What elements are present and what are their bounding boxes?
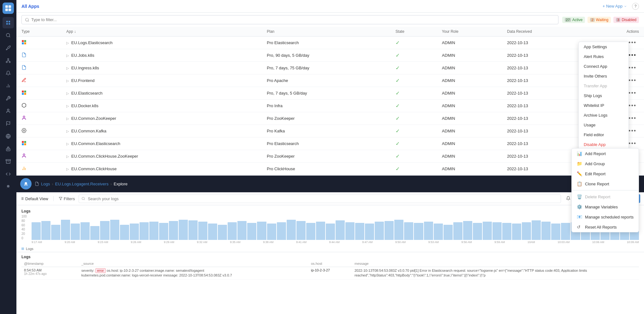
sidebar-icon-robot[interactable]	[3, 143, 14, 154]
chart-bar	[541, 222, 551, 240]
menu-item[interactable]: Connect App	[579, 61, 629, 71]
app-state: ✓	[391, 87, 437, 100]
app-role: ADMIN	[437, 150, 502, 163]
svg-rect-2	[5, 9, 8, 11]
menu-item[interactable]: App Settings	[579, 42, 629, 52]
app-name-link[interactable]: EU.Docker.k8s	[71, 103, 98, 108]
svg-rect-27	[22, 43, 24, 44]
app-state: ✓	[391, 100, 437, 112]
svg-rect-6	[6, 23, 8, 25]
breadcrumb-logs[interactable]: Logs	[41, 182, 50, 186]
table-row: ▷ EU.Common.Kafka Pro Kafka ✓ ADMIN 2022…	[16, 125, 644, 137]
app-name-link[interactable]: EU.Common.ZooKeeper	[71, 116, 116, 121]
app-name-link[interactable]: EU.Jobs.k8s	[71, 53, 94, 58]
menu-item[interactable]: ✏️Edit Report	[572, 169, 639, 179]
svg-point-21	[9, 149, 9, 150]
logs-header: Logs › EU.Logs.Logagent.Receivers › Expl…	[16, 176, 644, 192]
app-name-link[interactable]: EU.Common.Elasticsearch	[71, 141, 120, 146]
breadcrumb-app[interactable]: EU.Logs.Logagent.Receivers	[55, 182, 109, 186]
app-name-link[interactable]: EU.Common.Kafka	[71, 129, 106, 133]
chart-bars	[32, 215, 639, 240]
table-row: ▷ EU.Jobs.k8s Pro, 90 days, 5 GB/day ✓ A…	[16, 49, 644, 62]
default-view-button[interactable]: Default View	[20, 196, 48, 201]
app-name-link[interactable]: EU.Ingress.k8s	[71, 66, 99, 70]
sidebar-icon-octopus[interactable]	[3, 181, 14, 192]
chart-bar	[345, 222, 355, 240]
log-message: 2022-10-13T08:54:53.083Z v3.0.70 pid[1] …	[352, 267, 639, 280]
sidebar-icon-code[interactable]	[3, 168, 14, 180]
chart-x-labels: 9:17 AM9:20 AM9:23 AM9:26 AM9:29 AM9:32 …	[32, 241, 639, 246]
sidebar-icon-search[interactable]	[3, 30, 14, 41]
sidebar-icon-rocket[interactable]	[3, 42, 14, 54]
chart-bar	[80, 222, 90, 240]
menu-item[interactable]: Ship Logs	[579, 91, 629, 101]
bell-icon-btn[interactable]	[565, 195, 572, 203]
chart-bar	[463, 221, 472, 240]
app-plan: Pro Elasticsearch	[262, 37, 391, 49]
log-col-oshost: os.host	[308, 260, 352, 267]
app-name-link[interactable]: EU.Logs.Elasticsearch	[71, 40, 113, 45]
svg-rect-3	[9, 9, 11, 11]
chart-bar	[287, 220, 296, 240]
app-data-received: 2022-10-13	[502, 49, 587, 62]
col-data: Data Received	[502, 27, 587, 37]
sidebar-logo[interactable]	[3, 3, 14, 14]
sidebar	[0, 0, 16, 314]
main-content: All Apps + New App ? 27 Active 2 Waiting	[16, 0, 644, 314]
app-name: ▷ EU.Common.ZooKeeper	[61, 112, 262, 125]
sidebar-icon-apps[interactable]	[3, 17, 14, 28]
menu-item[interactable]: Usage	[579, 120, 629, 130]
menu-item[interactable]: ↺Reset All Reports	[572, 222, 639, 232]
app-role: ADMIN	[437, 62, 502, 74]
sidebar-icon-user[interactable]	[3, 105, 14, 117]
menu-item[interactable]: 📊Add Report	[572, 148, 639, 159]
toolbar-row: Default View Filters 0	[16, 192, 644, 205]
app-plan: Pro Apache	[262, 74, 391, 87]
filters-button[interactable]: Filters	[59, 196, 75, 201]
col-app[interactable]: App ↓	[61, 27, 262, 37]
app-name-link[interactable]: EU.Common.ClickHouse.ZooKeeper	[71, 154, 138, 159]
app-plan: Pro ClickHouse	[262, 163, 391, 175]
menu-item[interactable]: 📋Clone Report	[572, 179, 639, 189]
app-name-link[interactable]: EU.Frontend	[71, 78, 95, 83]
legend-dot	[21, 247, 24, 250]
sidebar-icon-chart[interactable]	[3, 80, 14, 91]
log-oshost: ip-10-2-3-27	[308, 267, 352, 280]
app-name-link[interactable]: EU.Common.ClickHouse	[71, 166, 117, 171]
active-badge: 27 Active	[562, 17, 585, 23]
chart-bar	[336, 220, 345, 240]
search-logs-input[interactable]	[79, 195, 561, 203]
logs-table: @timestamp _source os.host message 8:54:…	[21, 260, 639, 280]
sidebar-icon-wrench[interactable]	[3, 93, 14, 104]
sidebar-icon-archive[interactable]	[3, 156, 14, 167]
svg-point-43	[25, 182, 27, 185]
app-state: ✓	[391, 163, 437, 175]
chart-bar	[179, 220, 188, 240]
menu-item[interactable]: 📧Manage scheduled reports	[572, 212, 639, 222]
sidebar-icon-nodes[interactable]	[3, 55, 14, 66]
app-name-link[interactable]: EU.Elasticsearch	[71, 91, 103, 96]
app-data-received: 2022-10-13	[502, 112, 587, 125]
app-state: ✓	[391, 62, 437, 74]
menu-item[interactable]: Archive Logs	[579, 110, 629, 120]
new-app-button[interactable]: + New App	[600, 3, 629, 10]
apps-table-wrapper: Type App ↓ Plan State Your Role Data Rec…	[16, 27, 644, 175]
app-name: ▷ EU.Common.Kafka	[61, 125, 262, 137]
help-icon[interactable]: ?	[632, 3, 639, 10]
sidebar-icon-flag[interactable]	[3, 118, 14, 129]
app-plan: Pro, 7 days, 75 GB/day	[262, 62, 391, 74]
chart-bar	[41, 221, 51, 240]
menu-item[interactable]: Field editor	[579, 130, 629, 140]
menu-item[interactable]: Whitelist IP	[579, 101, 629, 110]
menu-item[interactable]: ⚙️Manage Variables	[572, 202, 639, 212]
menu-item[interactable]: Alert Rules	[579, 52, 629, 61]
reports-dropdown: 📊Add Report📁Add Group✏️Edit Report📋Clone…	[571, 148, 639, 232]
sidebar-icon-globe[interactable]	[3, 131, 14, 142]
menu-item[interactable]: Invite Others	[579, 71, 629, 81]
filter-input[interactable]	[21, 15, 558, 24]
chart-bar	[228, 222, 237, 240]
chart-bar	[512, 224, 521, 240]
menu-item[interactable]: 📁Add Group	[572, 159, 639, 169]
sidebar-icon-alert[interactable]	[3, 67, 14, 79]
chart-bar	[414, 223, 423, 240]
